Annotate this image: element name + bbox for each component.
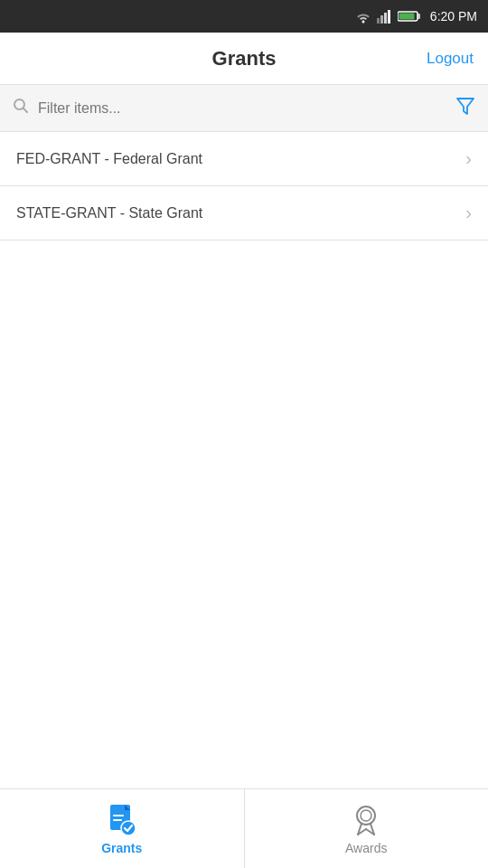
page-title: Grants [212, 47, 277, 71]
status-time: 6:20 PM [430, 9, 477, 24]
tab-grants-label: Grants [101, 841, 142, 855]
wifi-icon [354, 9, 372, 24]
tab-awards-label: Awards [345, 841, 387, 855]
chevron-right-icon: › [465, 203, 472, 223]
tab-awards[interactable]: Awards [245, 789, 489, 868]
filter-icon[interactable] [455, 96, 475, 120]
search-input[interactable] [38, 100, 446, 117]
svg-rect-1 [380, 15, 383, 24]
signal-icon [377, 9, 393, 24]
awards-tab-icon [351, 803, 381, 837]
tab-grants[interactable]: Grants [0, 789, 245, 868]
svg-rect-2 [384, 13, 387, 24]
svg-point-12 [121, 821, 136, 835]
svg-rect-0 [377, 18, 380, 24]
list-item[interactable]: STATE-GRANT - State Grant › [0, 186, 488, 241]
svg-line-8 [23, 108, 28, 113]
grants-list: FED-GRANT - Federal Grant › STATE-GRANT … [0, 132, 488, 241]
chevron-right-icon: › [465, 148, 472, 169]
status-bar: 6:20 PM [0, 0, 488, 33]
svg-point-16 [361, 810, 371, 821]
battery-icon [398, 10, 421, 23]
svg-rect-5 [418, 14, 420, 19]
search-bar [0, 85, 488, 132]
svg-point-15 [357, 807, 375, 825]
status-icons [354, 9, 421, 24]
tab-bar: Grants Awards [0, 788, 488, 868]
svg-marker-9 [457, 99, 474, 114]
search-icon [13, 98, 29, 118]
list-item-label: STATE-GRANT - State Grant [16, 205, 202, 222]
logout-button[interactable]: Logout [427, 50, 474, 68]
svg-rect-6 [399, 14, 414, 20]
list-item-label: FED-GRANT - Federal Grant [16, 151, 202, 167]
list-item[interactable]: FED-GRANT - Federal Grant › [0, 132, 488, 186]
svg-rect-3 [388, 10, 390, 24]
grants-tab-icon [107, 803, 137, 837]
app-header: Grants Logout [0, 33, 488, 85]
